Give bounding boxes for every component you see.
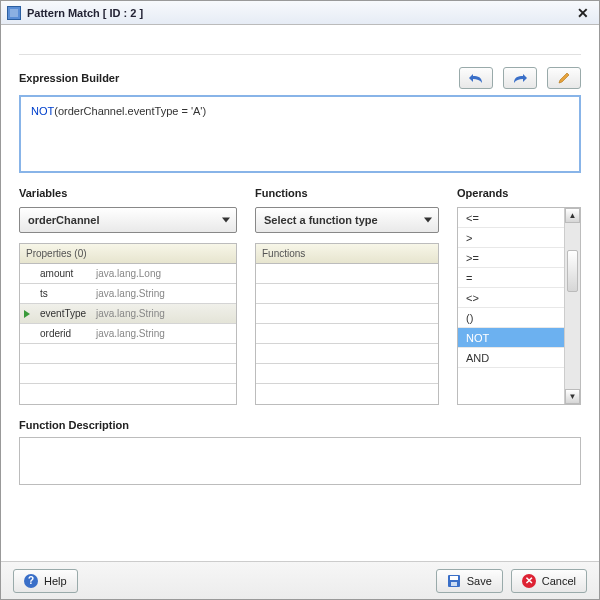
property-name: orderid xyxy=(40,328,90,339)
scroll-thumb[interactable] xyxy=(567,250,578,292)
dialog-window: Pattern Match [ ID : 2 ] ✕ Expression Bu… xyxy=(0,0,600,600)
cancel-button-label: Cancel xyxy=(542,575,576,587)
property-row[interactable]: amountjava.lang.Long xyxy=(20,264,236,284)
title-bar: Pattern Match [ ID : 2 ] ✕ xyxy=(1,1,599,25)
property-row[interactable] xyxy=(20,344,236,364)
operand-item[interactable]: AND xyxy=(458,348,564,368)
variables-dropdown[interactable]: orderChannel xyxy=(19,207,237,233)
operand-item[interactable]: () xyxy=(458,308,564,328)
save-icon xyxy=(447,574,461,588)
expression-keyword: NOT xyxy=(31,105,54,117)
scroll-down-icon[interactable]: ▼ xyxy=(565,389,580,404)
function-row[interactable] xyxy=(256,344,438,364)
function-row[interactable] xyxy=(256,304,438,324)
redo-button[interactable] xyxy=(503,67,537,89)
expression-body: (orderChannel.eventType = 'A') xyxy=(54,105,206,117)
operand-item[interactable]: > xyxy=(458,228,564,248)
pencil-icon xyxy=(557,71,571,85)
property-type: java.lang.String xyxy=(96,308,165,319)
functions-header: Functions xyxy=(256,244,438,264)
operands-column: Operands <=>>==<>()NOTAND ▲ ▼ xyxy=(457,187,581,405)
function-description-label: Function Description xyxy=(19,419,581,431)
function-row[interactable] xyxy=(256,264,438,284)
scrollbar[interactable]: ▲ ▼ xyxy=(564,208,580,404)
svg-rect-3 xyxy=(451,582,457,586)
function-row[interactable] xyxy=(256,364,438,384)
footer-bar: ? Help Save ✕ Cancel xyxy=(1,561,599,599)
help-icon: ? xyxy=(24,574,38,588)
property-name: ts xyxy=(40,288,90,299)
operand-item[interactable]: >= xyxy=(458,248,564,268)
content-area: Expression Builder NOT(orderChannel.even… xyxy=(1,25,599,561)
help-button[interactable]: ? Help xyxy=(13,569,78,593)
property-type: java.lang.String xyxy=(96,328,165,339)
svg-rect-0 xyxy=(10,9,18,17)
functions-grid: Functions xyxy=(255,243,439,405)
functions-label: Functions xyxy=(255,187,439,199)
close-icon[interactable]: ✕ xyxy=(573,5,593,21)
help-button-label: Help xyxy=(44,575,67,587)
operand-item[interactable]: <> xyxy=(458,288,564,308)
expression-textarea[interactable]: NOT(orderChannel.eventType = 'A') xyxy=(19,95,581,173)
function-row[interactable] xyxy=(256,284,438,304)
cancel-icon: ✕ xyxy=(522,574,536,588)
property-row[interactable] xyxy=(20,364,236,384)
chevron-down-icon xyxy=(222,218,230,223)
property-row[interactable] xyxy=(20,384,236,404)
property-name: amount xyxy=(40,268,90,279)
function-row[interactable] xyxy=(256,324,438,344)
operand-item[interactable]: = xyxy=(458,268,564,288)
save-button-label: Save xyxy=(467,575,492,587)
property-row[interactable]: orderidjava.lang.String xyxy=(20,324,236,344)
undo-button[interactable] xyxy=(459,67,493,89)
functions-dropdown[interactable]: Select a function type xyxy=(255,207,439,233)
property-type: java.lang.String xyxy=(96,288,165,299)
edit-button[interactable] xyxy=(547,67,581,89)
variables-dropdown-value: orderChannel xyxy=(28,214,100,226)
functions-dropdown-value: Select a function type xyxy=(264,214,378,226)
svg-rect-2 xyxy=(450,576,458,580)
expression-builder-label: Expression Builder xyxy=(19,72,119,84)
function-description-box xyxy=(19,437,581,485)
operands-label: Operands xyxy=(457,187,581,199)
variables-column: Variables orderChannel Properties (0) am… xyxy=(19,187,237,405)
chevron-down-icon xyxy=(424,218,432,223)
scroll-up-icon[interactable]: ▲ xyxy=(565,208,580,223)
cancel-button[interactable]: ✕ Cancel xyxy=(511,569,587,593)
properties-grid: Properties (0) amountjava.lang.Longtsjav… xyxy=(19,243,237,405)
function-description-section: Function Description xyxy=(19,419,581,485)
property-row[interactable]: tsjava.lang.String xyxy=(20,284,236,304)
variables-label: Variables xyxy=(19,187,237,199)
operand-item[interactable]: NOT xyxy=(458,328,564,348)
property-row[interactable]: eventTypejava.lang.String xyxy=(20,304,236,324)
save-button[interactable]: Save xyxy=(436,569,503,593)
undo-icon xyxy=(468,72,484,84)
properties-header: Properties (0) xyxy=(20,244,236,264)
property-type: java.lang.Long xyxy=(96,268,161,279)
redo-icon xyxy=(512,72,528,84)
title-text: Pattern Match [ ID : 2 ] xyxy=(27,7,573,19)
property-name: eventType xyxy=(40,308,90,319)
operand-item[interactable]: <= xyxy=(458,208,564,228)
function-row[interactable] xyxy=(256,384,438,404)
operands-list: <=>>==<>()NOTAND ▲ ▼ xyxy=(457,207,581,405)
functions-column: Functions Select a function type Functio… xyxy=(255,187,439,405)
app-icon xyxy=(7,6,21,20)
